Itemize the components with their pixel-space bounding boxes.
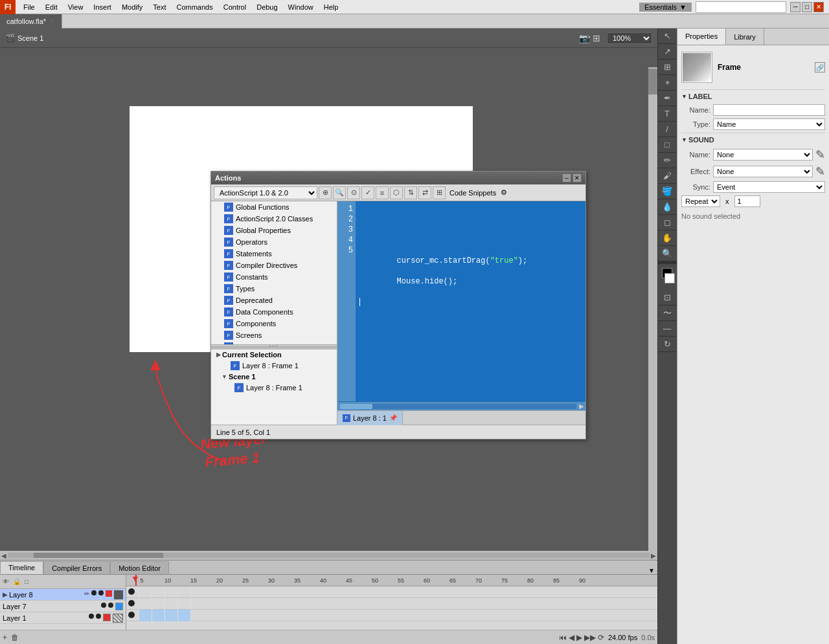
- layer-row-1[interactable]: Layer 1: [0, 612, 126, 624]
- menu-control[interactable]: Control: [218, 2, 251, 12]
- frame-cell[interactable]: [152, 586, 165, 598]
- current-selection-header[interactable]: ▶ Current Selection: [211, 350, 337, 360]
- frame-cell[interactable]: [165, 586, 178, 598]
- code-hscroll[interactable]: ▶: [337, 401, 585, 410]
- view-camera-icon[interactable]: 📷: [579, 33, 590, 43]
- zoom-tool[interactable]: 🔍: [658, 246, 676, 261]
- layer8-color-square[interactable]: [106, 590, 112, 597]
- frame-cell-kf3[interactable]: [126, 610, 139, 621]
- sound-sync-select[interactable]: Event Start Stop Stream: [713, 181, 825, 193]
- tl-outline-icon[interactable]: □: [25, 578, 28, 585]
- auto-format-button[interactable]: ≡: [376, 186, 389, 199]
- play-stop-button[interactable]: ⏮: [559, 633, 567, 642]
- menu-file[interactable]: File: [18, 2, 40, 12]
- straighten-tool[interactable]: —: [658, 321, 676, 337]
- layer8-eye-dot[interactable]: [91, 590, 97, 595]
- delete-layer-button[interactable]: 🗑: [11, 633, 19, 642]
- play-button[interactable]: ▶: [576, 633, 582, 642]
- frame-cell[interactable]: [152, 598, 165, 610]
- sound-name-select[interactable]: None: [713, 149, 813, 161]
- frame-cell-filled[interactable]: [139, 610, 152, 621]
- sound-repeat-count-input[interactable]: [734, 195, 760, 207]
- sound-repeat-type-select[interactable]: Repeat Loop: [681, 195, 720, 207]
- frame-cell-filled[interactable]: [178, 610, 191, 621]
- frame-cell-kf[interactable]: [126, 586, 139, 598]
- maximize-button[interactable]: □: [802, 2, 812, 12]
- subselect-tool[interactable]: ↗: [658, 44, 676, 60]
- pencil-tool[interactable]: ✏: [658, 153, 676, 168]
- tree-item-compiler-directives[interactable]: F Compiler Directives: [211, 260, 337, 271]
- settings-button[interactable]: ⚙: [497, 186, 510, 199]
- actionscript-version-select[interactable]: ActionScript 1.0 & 2.0: [214, 186, 317, 199]
- minimize-button[interactable]: ─: [790, 2, 801, 12]
- frame-cell-filled[interactable]: [152, 610, 165, 621]
- tree-item-types[interactable]: F Types: [211, 283, 337, 294]
- step-forward-button[interactable]: ▶▶: [584, 633, 596, 642]
- canvas-hscroll-track[interactable]: [8, 553, 650, 558]
- tree-item-constants[interactable]: F Constants: [211, 271, 337, 283]
- tree-item-statements[interactable]: F Statements: [211, 248, 337, 260]
- canvas-hscroll-thumb[interactable]: [34, 553, 163, 558]
- actions-collapse-button[interactable]: ─: [562, 173, 571, 183]
- close-button[interactable]: ✕: [813, 2, 824, 12]
- loop-button[interactable]: ⟳: [598, 633, 604, 642]
- frame-cell[interactable]: [139, 586, 152, 598]
- expand-button[interactable]: ⇄: [418, 186, 431, 199]
- brush-tool[interactable]: 🖌: [658, 168, 676, 184]
- code-layer-tab[interactable]: F Layer 8 : 1 📌: [337, 411, 403, 425]
- tab-compiler-errors[interactable]: Compiler Errors: [43, 561, 110, 574]
- search-box[interactable]: [696, 1, 786, 13]
- find-button[interactable]: 🔍: [333, 186, 346, 199]
- lasso-tool[interactable]: ⌖: [658, 75, 676, 91]
- timeline-playhead[interactable]: [135, 575, 137, 586]
- canvas-vscroll-thumb[interactable]: [648, 69, 657, 94]
- hscroll-right-icon[interactable]: ▶: [650, 552, 657, 559]
- tab-library[interactable]: Library: [726, 28, 764, 45]
- tab-timeline[interactable]: Timeline: [0, 561, 43, 574]
- layer8-pencil-icon[interactable]: ✏: [84, 590, 89, 599]
- transform-tool[interactable]: ⊞: [658, 60, 676, 75]
- layer7-eye-dot[interactable]: [101, 603, 106, 608]
- step-back-button[interactable]: ◀: [569, 633, 574, 642]
- frame-cell-kf2[interactable]: [126, 598, 139, 610]
- menu-commands[interactable]: Commands: [171, 2, 218, 12]
- code-hscroll-thumb[interactable]: [340, 404, 372, 409]
- paint-bucket-tool[interactable]: 🪣: [658, 184, 676, 199]
- tab-motion-editor[interactable]: Motion Editor: [110, 561, 169, 574]
- check-syntax-button[interactable]: ✓: [361, 186, 374, 199]
- text-tool[interactable]: T: [658, 106, 676, 122]
- frame-cell[interactable]: [178, 598, 191, 610]
- frame-link-button[interactable]: 🔗: [815, 62, 825, 72]
- tree-item-as2-classes[interactable]: F ActionScript 2.0 Classes: [211, 213, 337, 225]
- label-type-select[interactable]: Name Comment Anchor: [713, 118, 825, 130]
- menu-insert[interactable]: Insert: [88, 2, 117, 12]
- timeline-collapse-button[interactable]: ▼: [648, 567, 655, 574]
- fill-color-swatch[interactable]: [664, 273, 675, 283]
- menu-debug[interactable]: Debug: [251, 2, 282, 12]
- layer1-lock-dot[interactable]: [96, 614, 101, 619]
- tl-eye-icon[interactable]: 👁: [3, 578, 9, 585]
- line-tool[interactable]: /: [658, 122, 676, 137]
- canvas-vscroll[interactable]: [648, 67, 657, 551]
- actions-title-bar[interactable]: Actions ─ ✕: [211, 172, 585, 184]
- frame-cell-filled[interactable]: [165, 610, 178, 621]
- layer1-name[interactable]: Layer 1: [3, 614, 89, 622]
- add-item-button[interactable]: ⊕: [319, 186, 332, 199]
- sound-effect-edit-icon[interactable]: ✎: [815, 164, 825, 179]
- tree-item-components[interactable]: F Components: [211, 318, 337, 329]
- code-scroll-right-icon[interactable]: ▶: [579, 403, 585, 410]
- tab-properties[interactable]: Properties: [677, 28, 726, 45]
- layer8-name[interactable]: Layer 8: [9, 591, 84, 599]
- menu-modify[interactable]: Modify: [117, 2, 148, 12]
- apply-button[interactable]: ⊞: [433, 186, 446, 199]
- current-selection-layer-item[interactable]: F Layer 8 : Frame 1: [211, 360, 337, 372]
- sound-edit-icon[interactable]: ✎: [815, 148, 825, 162]
- tab-catfollow[interactable]: catfollow.fla* ✕: [0, 14, 62, 28]
- eyedropper-tool[interactable]: 💧: [658, 199, 676, 215]
- debug-options-button[interactable]: ⬡: [390, 186, 403, 199]
- tree-item-global-functions[interactable]: F Global Functions: [211, 201, 337, 213]
- canvas-hscroll[interactable]: ◀ ▶: [0, 551, 657, 560]
- frame-cell[interactable]: [165, 598, 178, 610]
- rotate-tool[interactable]: ↻: [658, 337, 676, 352]
- code-snippets-label[interactable]: Code Snippets: [449, 189, 496, 197]
